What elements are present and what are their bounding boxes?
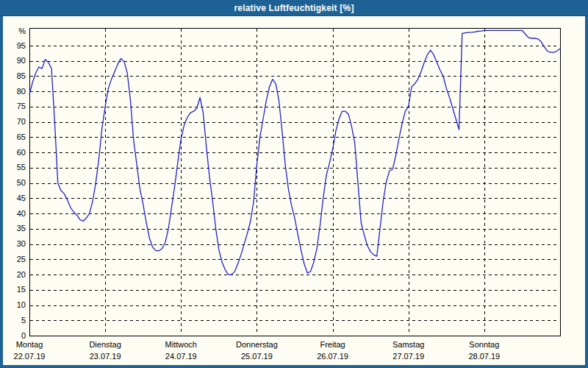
chart-area bbox=[3, 16, 585, 365]
window-title: relative Luftfeuchtigkeit [%] bbox=[234, 3, 354, 13]
app-window: relative Luftfeuchtigkeit [%] 0510152025… bbox=[0, 0, 588, 368]
title-bar[interactable]: relative Luftfeuchtigkeit [%] bbox=[0, 0, 588, 16]
